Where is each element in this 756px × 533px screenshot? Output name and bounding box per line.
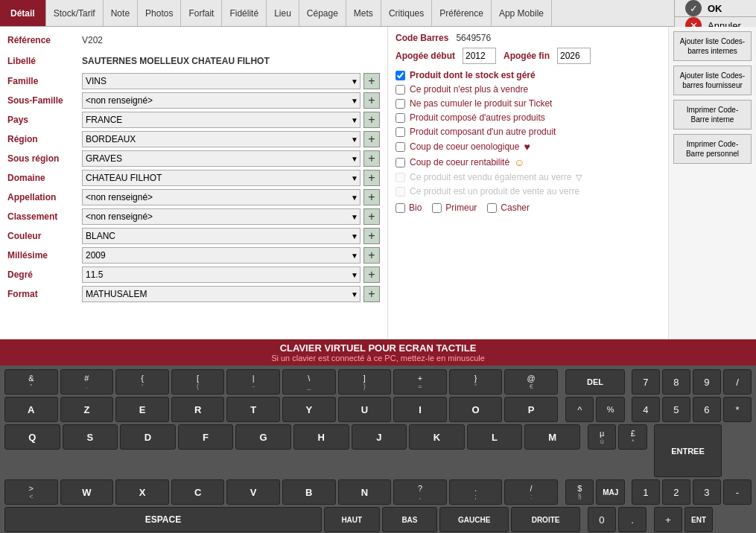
kb-pound[interactable]: £* [618, 424, 647, 450]
casher-checkbox[interactable] [487, 203, 497, 213]
tab-forfait[interactable]: Forfait [181, 0, 222, 26]
format-select[interactable]: MATHUSALEM [82, 286, 360, 302]
kb-bas-key[interactable]: BAS [382, 507, 438, 532]
classement-add-button[interactable]: + [363, 208, 380, 225]
kb-key-h[interactable]: H [293, 424, 349, 450]
print-code-perso-button[interactable]: Imprimer Code-Barre personnel [673, 134, 752, 164]
tab-mets[interactable]: Mets [346, 0, 381, 26]
kb-num-dot[interactable]: . [618, 507, 647, 532]
coeur-renta-checkbox[interactable] [396, 158, 405, 167]
kb-key-g[interactable]: G [235, 424, 291, 450]
domaine-add-button[interactable]: + [363, 170, 380, 186]
kb-key-w[interactable]: W [60, 479, 114, 505]
format-add-button[interactable]: + [363, 286, 380, 302]
kb-percent[interactable]: % [596, 397, 625, 422]
kb-num9[interactable]: 9 [693, 369, 721, 395]
kb-key-lbracket[interactable]: [( [171, 369, 225, 395]
kb-num3[interactable]: 3 [693, 479, 721, 505]
kb-entree-key[interactable]: ENTREE [654, 424, 722, 477]
kb-dollar[interactable]: $§ [565, 479, 594, 505]
kb-key-question[interactable]: ?, [393, 479, 447, 505]
kb-key-k[interactable]: K [409, 424, 465, 450]
tab-cepage[interactable]: Cépage [299, 0, 346, 26]
stock-gere-checkbox[interactable] [396, 71, 405, 80]
kb-haut-key[interactable]: HAUT [324, 507, 380, 532]
kb-num4[interactable]: 4 [632, 397, 660, 422]
appellation-select[interactable]: <non renseigné> [82, 189, 360, 205]
kb-key-m[interactable]: M [524, 424, 580, 450]
kb-key-s[interactable]: S [63, 424, 118, 450]
kb-num1[interactable]: 1 [632, 479, 660, 505]
apogee-debut-input[interactable] [463, 48, 496, 64]
kb-ent-key[interactable]: ENT [684, 507, 713, 532]
sous-region-add-button[interactable]: + [363, 150, 380, 167]
kb-num-mul[interactable]: * [723, 397, 752, 422]
kb-key-o[interactable]: O [449, 397, 503, 422]
kb-key-p[interactable]: P [504, 397, 558, 422]
kb-key-lbrace[interactable]: {' [115, 369, 169, 395]
kb-key-plus[interactable]: += [393, 369, 447, 395]
kb-key-j[interactable]: J [352, 424, 407, 450]
kb-key-d[interactable]: D [120, 424, 176, 450]
cumul-ticket-checkbox[interactable] [396, 99, 405, 109]
tab-detail[interactable]: Détail [0, 0, 46, 26]
kb-key-n[interactable]: N [338, 479, 392, 505]
millesime-add-button[interactable]: + [363, 247, 380, 264]
kb-del-key[interactable]: DEL [565, 369, 625, 395]
pays-select[interactable]: FRANCE [82, 112, 360, 128]
kb-num8[interactable]: 8 [662, 369, 690, 395]
kb-key-at[interactable]: @€ [504, 369, 558, 395]
kb-key-x[interactable]: X [115, 479, 169, 505]
kb-key-dot[interactable]: .; [449, 479, 503, 505]
domaine-select[interactable]: CHATEAU FILHOT [82, 170, 360, 186]
kb-space-key[interactable]: ESPACE [4, 507, 322, 532]
kb-droite-key[interactable]: DROITE [511, 507, 580, 532]
pays-add-button[interactable]: + [363, 112, 380, 128]
kb-num-div[interactable]: / [723, 369, 752, 395]
produit-verre-checkbox[interactable] [396, 187, 405, 197]
kb-key-z[interactable]: Z [60, 397, 114, 422]
kb-key-y[interactable]: Y [282, 397, 336, 422]
kb-key-pipe[interactable]: |- [226, 369, 280, 395]
kb-num-minus[interactable]: - [723, 479, 752, 505]
kb-key-gt[interactable]: >< [4, 479, 58, 505]
apogee-fin-input[interactable] [557, 48, 591, 64]
plus-vendre-checkbox[interactable] [396, 85, 405, 95]
kb-key-hash[interactable]: #. [60, 369, 114, 395]
tab-preference[interactable]: Préférence [432, 0, 492, 26]
kb-key-e[interactable]: E [115, 397, 169, 422]
kb-num2[interactable]: 2 [662, 479, 690, 505]
degre-select[interactable]: 11.5 [82, 266, 360, 283]
kb-key-l[interactable]: L [467, 424, 523, 450]
kb-key-ampersand[interactable]: &" [4, 369, 58, 395]
tab-photos[interactable]: Photos [138, 0, 181, 26]
kb-num0[interactable]: 0 [588, 507, 616, 532]
kb-mu[interactable]: µù [588, 424, 617, 450]
kb-key-rbracket[interactable]: ]) [338, 369, 392, 395]
kb-key-t[interactable]: T [226, 397, 280, 422]
millesime-select[interactable]: 2009 [82, 247, 360, 264]
kb-key-slash[interactable]: /: [504, 479, 558, 505]
kb-key-c[interactable]: C [171, 479, 225, 505]
sous-famille-add-button[interactable]: + [363, 92, 380, 109]
kb-key-f[interactable]: F [178, 424, 234, 450]
degre-add-button[interactable]: + [363, 266, 380, 283]
kb-num7[interactable]: 7 [632, 369, 660, 395]
kb-key-r[interactable]: R [171, 397, 225, 422]
classement-select[interactable]: <non renseigné> [82, 208, 360, 225]
kb-num5[interactable]: 5 [662, 397, 690, 422]
kb-num-plus[interactable]: + [654, 507, 682, 532]
kb-key-q[interactable]: Q [4, 424, 60, 450]
composant-checkbox[interactable] [396, 127, 405, 137]
kb-key-backslash[interactable]: \_ [282, 369, 336, 395]
bio-checkbox[interactable] [396, 203, 405, 213]
tab-note[interactable]: Note [104, 0, 138, 26]
kb-key-u[interactable]: U [338, 397, 392, 422]
ok-button[interactable]: ✓ OK [675, 0, 756, 17]
kb-key-a[interactable]: A [4, 397, 58, 422]
tab-app-mobile[interactable]: App Mobile [492, 0, 552, 26]
region-add-button[interactable]: + [363, 131, 380, 147]
primeur-checkbox[interactable] [432, 203, 442, 213]
couleur-select[interactable]: BLANC [82, 228, 360, 244]
sous-region-select[interactable]: GRAVES [82, 150, 360, 167]
